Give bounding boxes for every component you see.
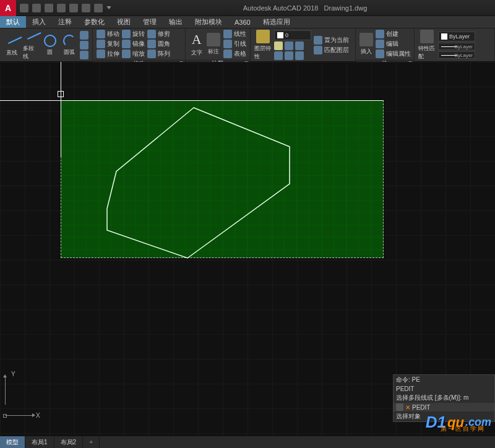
line-icon [5, 34, 19, 48]
bulb-icon [274, 41, 283, 50]
tool-insert-block[interactable]: 插入 [359, 33, 373, 56]
misc-icon [80, 51, 88, 59]
tool-fillet[interactable]: 圆角 [147, 40, 170, 48]
tab-parametric[interactable]: 参数化 [78, 16, 111, 28]
text-icon: A [192, 32, 202, 48]
tool-stretch[interactable]: 拉伸 [97, 50, 119, 58]
create-icon [376, 30, 384, 38]
tool-edit-attr[interactable]: 编辑属性 [376, 50, 411, 58]
plot-icon[interactable] [69, 4, 78, 12]
undo-icon[interactable] [82, 4, 90, 12]
tab-addins[interactable]: 附加模块 [189, 16, 228, 28]
lineweight-selector[interactable]: ByLayer [438, 43, 475, 50]
tool-arc[interactable]: 圆弧 [61, 35, 77, 56]
tool-polyline[interactable]: 多段线 [23, 30, 40, 61]
leader-icon [223, 40, 232, 48]
tab-layout1[interactable]: 布局1 [25, 436, 54, 448]
tab-view[interactable]: 视图 [111, 16, 137, 28]
tool-edit-block[interactable]: 编辑 [376, 40, 411, 48]
ribbon-tabs: 默认 插入 注释 参数化 视图 管理 输出 附加模块 A360 精选应用 [0, 16, 495, 28]
color-selector[interactable]: ByLayer [438, 32, 475, 41]
tool-mirror[interactable]: 镜像 [122, 40, 145, 48]
tool-match-layer[interactable]: 匹配图层 [314, 46, 349, 54]
tool-create-block[interactable]: 创建 [376, 30, 411, 38]
ribbon-group-layers: 图层特性 0 置为当前 匹配图层 图层 [251, 28, 356, 61]
window-title: Autodesk AutoCAD 2018 Drawing1.dwg [115, 4, 495, 12]
tool-layer-props[interactable]: 图层特性 [254, 30, 272, 61]
add-layout-button[interactable]: + [83, 436, 100, 448]
open-icon[interactable] [32, 4, 41, 12]
draw-misc-1[interactable] [80, 31, 88, 40]
draw-misc-2[interactable] [80, 41, 88, 50]
misc-icon [285, 51, 293, 60]
trim-icon [147, 30, 156, 38]
color-swatch [441, 33, 447, 40]
redo-icon[interactable] [94, 4, 103, 12]
command-history-line: PEDIT [394, 385, 494, 393]
polyline-icon [24, 30, 38, 43]
tool-trim[interactable]: 修剪 [147, 30, 170, 38]
tab-output[interactable]: 输出 [163, 16, 189, 28]
draw-misc-3[interactable] [80, 51, 88, 59]
drawing-canvas[interactable]: Y X 命令: PE PEDIT 选择多段线或 [多条(M)]: m ✕ PED… [0, 62, 495, 436]
tool-text[interactable]: A文字 [189, 32, 204, 57]
new-icon[interactable] [20, 4, 28, 12]
tab-manage[interactable]: 管理 [137, 16, 163, 28]
tab-layout2[interactable]: 布局2 [54, 436, 84, 448]
tool-scale[interactable]: 缩放 [122, 50, 145, 58]
quick-access-toolbar [16, 4, 115, 12]
wrench-icon [396, 403, 403, 411]
current-icon [314, 36, 322, 45]
layout-tabs: 模型 布局1 布局2 + [0, 436, 495, 448]
command-input[interactable]: ✕ PEDIT [394, 403, 494, 411]
layers-icon [256, 30, 270, 43]
ucs-y-label: Y [11, 371, 15, 377]
tab-a360[interactable]: A360 [228, 16, 257, 28]
tab-default[interactable]: 默认 [0, 16, 26, 28]
command-history-line: 命令: PE [394, 375, 494, 385]
ucs-origin-box [3, 414, 7, 418]
tool-line[interactable]: 直线 [4, 34, 20, 57]
tool-rotate[interactable]: 旋转 [122, 30, 145, 38]
saveas-icon[interactable] [57, 4, 66, 12]
rotate-icon [122, 30, 131, 38]
tool-array[interactable]: 阵列 [147, 50, 170, 58]
polyline-object[interactable] [61, 100, 384, 261]
attr-icon [376, 50, 384, 58]
tool-linear[interactable]: 线性 [223, 30, 246, 38]
tool-dimension[interactable]: 标注 [207, 33, 222, 56]
tool-table[interactable]: 表格 [223, 50, 246, 58]
app-logo[interactable]: A [0, 0, 16, 16]
tab-annotate[interactable]: 注释 [52, 16, 78, 28]
linetype-selector[interactable]: ByLayer [438, 51, 475, 59]
ucs-x-axis [5, 415, 33, 416]
qat-dropdown-icon[interactable] [106, 6, 111, 9]
misc-icon [295, 51, 304, 60]
tab-insert[interactable]: 插入 [26, 16, 52, 28]
lock-icon [295, 41, 304, 50]
misc-icon [274, 51, 283, 60]
tab-model-space[interactable]: 模型 [0, 436, 25, 448]
ucs-x-label: X [36, 412, 40, 419]
tool-copy[interactable]: 复制 [97, 40, 119, 48]
layer-misc-row[interactable] [274, 41, 311, 50]
ribbon-group-draw: 直线 多段线 圆 圆弧 绘图 [0, 28, 93, 61]
save-icon[interactable] [45, 4, 53, 12]
layer-misc-row2[interactable] [274, 51, 311, 60]
fillet-icon [147, 40, 156, 48]
tool-circle[interactable]: 圆 [42, 35, 59, 56]
edit-icon [376, 40, 384, 48]
layer-selector[interactable]: 0 [274, 30, 311, 40]
ribbon-group-modify: 移动 复制 拉伸 旋转 镜像 缩放 修剪 圆角 阵列 修改 [93, 28, 186, 61]
mirror-icon [122, 40, 131, 48]
tool-leader[interactable]: 引线 [223, 40, 246, 48]
move-icon [97, 30, 105, 38]
tool-make-current[interactable]: 置为当前 [314, 36, 349, 45]
tool-move[interactable]: 移动 [97, 30, 119, 38]
crosshair-horizontal [0, 100, 384, 101]
dimension-icon [207, 33, 220, 46]
ribbon-group-block: 插入 创建 编辑 编辑属性 块 [356, 28, 415, 61]
tool-match-props[interactable]: 特性匹配 [418, 30, 436, 61]
tab-featured[interactable]: 精选应用 [257, 16, 296, 28]
command-history-line: 选择多段线或 [多条(M)]: m [394, 393, 494, 403]
